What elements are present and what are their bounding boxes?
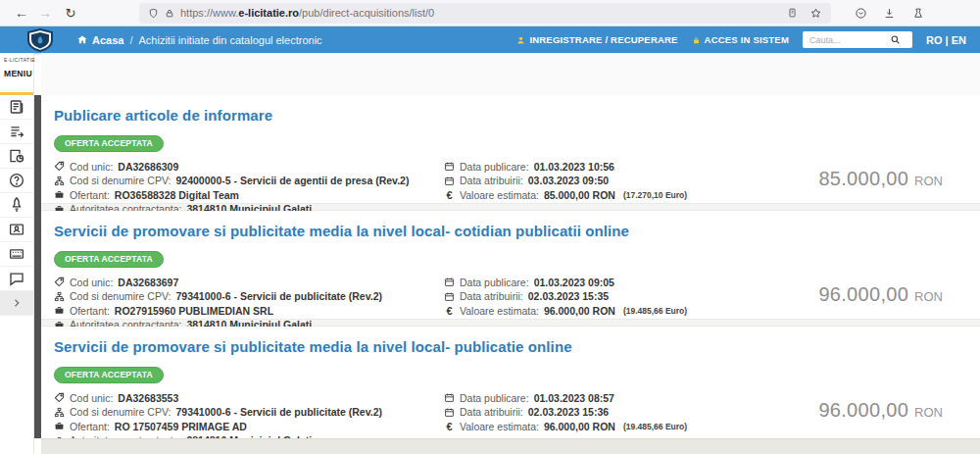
acquisition-card: Servicii de promovare si publicitate med… [41,211,980,319]
calendar-icon [444,277,455,287]
valoare-euro-value: (19.485,66 Euro) [623,306,687,316]
list-export-icon [8,123,25,140]
valoare-label: Valoare estimata: [460,421,539,432]
footer-strip [41,438,980,454]
clipboard-chart-icon [8,147,25,165]
euro-icon: € [444,421,455,432]
rocket-icon [8,196,25,214]
chat-bubble-icon [8,270,25,287]
shield-icon[interactable] [148,8,159,19]
back-icon[interactable]: ← [10,0,33,26]
lock-icon[interactable] [165,8,174,19]
site-header: Acasa / Achizitii initiate din catalogul… [0,26,980,53]
cod-unic-value: DA32686309 [118,161,178,173]
data-atribuirii-value: 02.03.2023 15:36 [528,406,609,418]
site-logo[interactable] [25,28,55,52]
cpv-value: 79341000-6 - Servicii de publicitate (Re… [176,290,383,302]
language-switcher[interactable]: RO | EN [926,34,966,46]
price: 85.000,00RON [767,168,980,190]
calendar-icon [444,176,455,186]
sidebar-item-rocket[interactable] [0,193,33,218]
keyboard-icon [8,245,25,263]
sidebar-item-keyboard[interactable] [0,242,33,267]
acquisition-title-link[interactable]: Publicare articole de informare [54,107,980,124]
cod-unic-value: DA32683697 [118,277,178,288]
sidebar-item-chat[interactable] [0,267,33,291]
acquisitions-list: Publicare articole de informare OFERTA A… [41,53,980,454]
reload-icon[interactable]: ↻ [59,0,82,26]
calendar-icon [444,407,455,418]
price: 96.000,00RON [767,283,980,306]
cod-unic-value: DA32683553 [118,392,178,404]
ofertant-label: Ofertant: [70,421,110,432]
url-text[interactable]: https://www.e-licitatie.ro/pub/direct-ac… [180,7,781,19]
forward-icon[interactable]: → [33,0,57,26]
menu-shadow-strip [34,95,41,438]
price-currency: RON [914,174,943,188]
price-amount: 85.000,00 [818,168,908,189]
acquisition-title-link[interactable]: Servicii de promovare si publicitate med… [54,338,980,355]
sitemap-icon [54,291,65,302]
sidebar-item-news[interactable] [0,95,33,120]
valoare-label: Valoare estimata: [460,305,539,317]
tag-icon [54,277,65,287]
extension-icon[interactable] [911,7,924,20]
tag-icon [54,161,65,172]
price-amount: 96.000,00 [818,399,908,421]
data-publicare-value: 01.03.2023 08:57 [534,392,614,404]
breadcrumb-separator: / [129,34,132,46]
price-amount: 96.000,00 [818,283,908,305]
cpv-label: Cod si denumire CPV: [70,290,172,302]
sidebar-expand-button[interactable] [0,291,33,316]
header-search[interactable] [803,31,912,48]
calendar-icon [444,392,455,403]
sidebar-item-list[interactable] [0,120,33,144]
cod-unic-label: Cod unic: [70,392,113,404]
data-atribuirii-label: Data atribuirii: [460,406,523,418]
euro-icon: € [444,189,455,201]
breadcrumb-home-link[interactable]: Acasa [76,34,123,46]
cpv-label: Cod si denumire CPV: [70,175,172,186]
data-publicare-value: 01.03.2023 10:56 [534,161,614,173]
data-atribuirii-value: 02.03.2023 15:35 [528,290,609,302]
address-bar[interactable]: https://www.e-licitatie.ro/pub/direct-ac… [139,3,831,24]
valoare-ron-value: 85.000,00 RON [544,189,615,201]
sidebar-item-help[interactable] [0,169,33,193]
acquisition-card: Servicii de promovare si publicitate med… [41,327,980,438]
ofertant-label: Ofertant: [70,189,110,201]
bookmark-star-icon[interactable] [809,7,822,20]
register-link[interactable]: INREGISTRARE / RECUPERARE [516,34,677,45]
sidebar-item-reports[interactable] [0,144,33,169]
ofertant-value: RO 17507459 PRIMAGE AD [115,421,247,432]
pocket-icon[interactable] [855,7,867,20]
sidebar-icon-list [0,95,33,316]
acquisition-title-link[interactable]: Servicii de promovare si publicitate med… [54,223,980,239]
search-icon[interactable] [890,34,901,45]
access-link-label: ACCES IN SISTEM [705,34,789,45]
url-scheme: https://www. [180,7,238,19]
search-input[interactable] [808,34,886,46]
price-currency: RON [914,405,943,420]
ofertant-value: RO27915960 PUBLIMEDIAN SRL [115,305,273,317]
tag-icon [54,392,65,403]
sitemap-icon [54,176,65,186]
content-top-spacer [41,53,980,95]
briefcase-icon [54,421,65,431]
data-publicare-value: 01.03.2023 09:05 [534,277,614,288]
breadcrumb-current-page: Achizitii initiate din catalogul electro… [138,34,321,46]
sidebar-item-idcard[interactable] [0,218,33,242]
valoare-ron-value: 96.000,00 RON [544,305,615,317]
newspaper-icon [8,98,25,116]
price: 96.000,00RON [767,399,980,422]
access-link[interactable]: ACCES IN SISTEM [692,34,789,45]
status-badge: OFERTA ACCEPTATA [54,251,164,268]
status-badge: OFERTA ACCEPTATA [54,135,164,152]
briefcase-icon [54,305,65,316]
data-atribuirii-label: Data atribuirii: [460,290,523,302]
data-publicare-label: Data publicare: [460,277,529,288]
download-icon[interactable] [883,7,896,20]
home-icon [76,34,88,45]
reader-mode-icon[interactable] [787,7,798,19]
briefcase-icon [54,189,65,200]
data-atribuirii-label: Data atribuirii: [460,175,523,186]
